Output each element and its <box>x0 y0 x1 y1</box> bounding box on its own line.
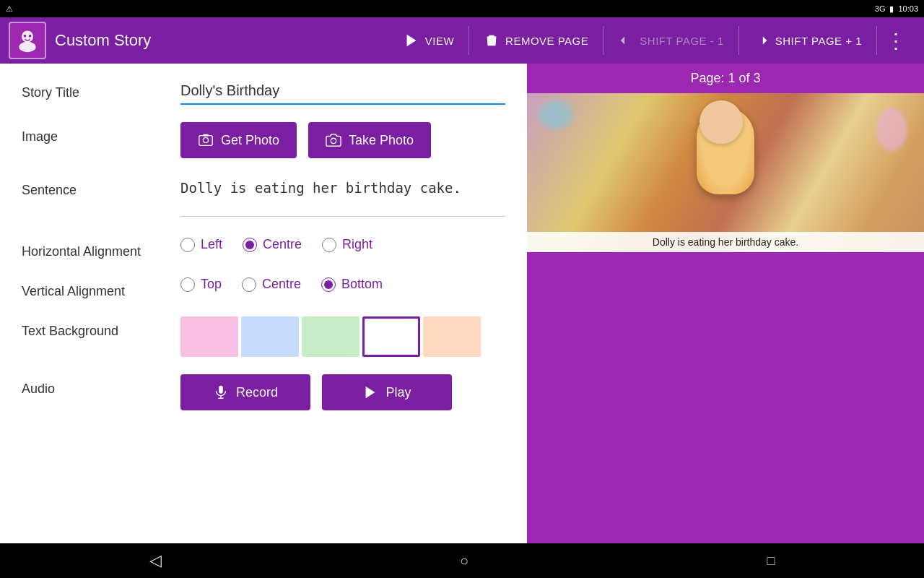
signal-indicator: 3G <box>875 4 886 13</box>
more-menu-button[interactable]: ⋮ <box>877 29 915 53</box>
battery-icon: ▮ <box>889 4 894 14</box>
color-swatch-white[interactable] <box>362 316 420 357</box>
svg-marker-12 <box>366 387 375 399</box>
story-title-input[interactable] <box>180 78 505 105</box>
nav-bar: ◁ ○ □ <box>0 543 924 578</box>
sentence-input[interactable]: Dolly is eating her birthday cake. <box>180 176 505 217</box>
image-label: Image <box>22 122 180 144</box>
v-align-row: Vertical Alignment Top Centre Bottom <box>22 277 505 299</box>
audio-controls: Record Play <box>180 374 505 410</box>
flower-decor <box>873 104 910 155</box>
status-bar: ⚠ 3G ▮ 10:03 <box>0 0 924 17</box>
svg-rect-7 <box>203 134 208 137</box>
record-button[interactable]: Record <box>180 374 310 410</box>
logo-icon <box>14 27 40 53</box>
sentence-label: Sentence <box>22 176 180 198</box>
v-align-label: Vertical Alignment <box>22 277 180 299</box>
h-align-controls: Left Centre Right <box>180 237 505 252</box>
v-align-controls: Top Centre Bottom <box>180 277 505 292</box>
nav-recent-button[interactable]: □ <box>767 553 775 569</box>
text-bg-label: Text Background <box>22 316 180 339</box>
h-align-left[interactable]: Left <box>180 237 222 252</box>
color-swatch-pink[interactable] <box>180 316 238 357</box>
v-align-centre-radio[interactable] <box>242 277 256 292</box>
status-bar-left: ⚠ <box>6 4 13 14</box>
h-align-right-radio[interactable] <box>322 238 336 252</box>
v-align-bottom-radio[interactable] <box>321 277 336 292</box>
svg-rect-9 <box>219 386 223 394</box>
shift-page-label: SHIFT PAGE - 1 <box>640 35 723 47</box>
h-align-right[interactable]: Right <box>322 237 372 252</box>
back-icon <box>618 33 634 48</box>
mic-icon <box>213 384 229 400</box>
story-title-label: Story Title <box>22 78 180 100</box>
audio-label: Audio <box>22 374 180 397</box>
photo-icon <box>198 132 214 148</box>
text-bg-row: Text Background <box>22 316 505 357</box>
preview-caption: Dolly is eating her birthday cake. <box>527 232 924 252</box>
v-align-centre[interactable]: Centre <box>242 277 301 292</box>
play-button[interactable]: Play <box>322 374 452 410</box>
time-display: 10:03 <box>898 4 918 13</box>
svg-point-1 <box>19 42 35 52</box>
v-align-top-radio[interactable] <box>180 277 195 292</box>
story-title-row: Story Title <box>22 78 505 105</box>
app-bar: Custom Story VIEW REMOVE PAGE SHIFT PAGE… <box>0 17 924 64</box>
svg-point-3 <box>29 35 32 38</box>
nav-back-button[interactable]: ◁ <box>149 551 162 570</box>
play-icon <box>404 33 419 48</box>
alert-icon: ⚠ <box>6 4 13 14</box>
shift-page-button[interactable]: SHIFT PAGE - 1 <box>603 17 738 64</box>
svg-marker-4 <box>406 35 416 47</box>
take-photo-button[interactable]: Take Photo <box>308 122 431 158</box>
h-align-row: Horizontal Alignment Left Centre Right <box>22 237 505 259</box>
svg-point-6 <box>203 137 208 142</box>
image-controls: Get Photo Take Photo <box>180 122 505 158</box>
color-swatch-blue[interactable] <box>241 316 299 357</box>
nav-home-button[interactable]: ○ <box>460 553 468 569</box>
preview-panel: Page: 1 of 3 Dolly is eating her birthda… <box>527 64 924 543</box>
v-align-bottom[interactable]: Bottom <box>321 277 383 292</box>
h-align-centre[interactable]: Centre <box>243 237 302 252</box>
color-swatch-peach[interactable] <box>423 316 481 357</box>
audio-row: Audio Record Play <box>22 374 505 410</box>
get-photo-button[interactable]: Get Photo <box>180 122 297 158</box>
h-align-left-radio[interactable] <box>180 238 195 252</box>
svg-point-2 <box>24 35 27 38</box>
h-align-label: Horizontal Alignment <box>22 237 180 259</box>
remove-page-button[interactable]: REMOVE PAGE <box>469 17 603 64</box>
trash-icon <box>484 33 500 48</box>
form-panel: Story Title Image Get Photo <box>0 64 527 543</box>
view-button[interactable]: VIEW <box>389 17 468 64</box>
forward-icon <box>754 33 770 48</box>
v-align-top[interactable]: Top <box>180 277 222 292</box>
story-title-control <box>180 78 505 105</box>
preview-image-container: Dolly is eating her birthday cake. <box>527 93 924 252</box>
flower-decor-2 <box>534 97 578 133</box>
shift-page-plus-button[interactable]: SHIFT PAGE + 1 <box>739 17 876 64</box>
sentence-row: Sentence Dolly is eating her birthday ca… <box>22 176 505 220</box>
doll-scene: Dolly is eating her birthday cake. <box>527 93 924 252</box>
color-swatch-green[interactable] <box>302 316 359 357</box>
play-audio-icon <box>362 384 378 400</box>
image-row: Image Get Photo Take Photo <box>22 122 505 158</box>
doll-head <box>699 100 743 144</box>
main-content: Story Title Image Get Photo <box>0 64 924 543</box>
page-indicator: Page: 1 of 3 <box>527 64 924 93</box>
color-swatches <box>180 316 505 357</box>
app-title: Custom Story <box>55 31 380 50</box>
svg-rect-5 <box>199 136 212 146</box>
status-bar-right: 3G ▮ 10:03 <box>875 4 918 14</box>
camera-icon <box>326 132 341 148</box>
app-logo <box>9 22 46 59</box>
sentence-control: Dolly is eating her birthday cake. <box>180 176 505 220</box>
svg-point-8 <box>331 138 336 143</box>
app-bar-actions: VIEW REMOVE PAGE SHIFT PAGE - 1 SHIFT PA… <box>389 17 915 64</box>
h-align-centre-radio[interactable] <box>243 238 257 252</box>
